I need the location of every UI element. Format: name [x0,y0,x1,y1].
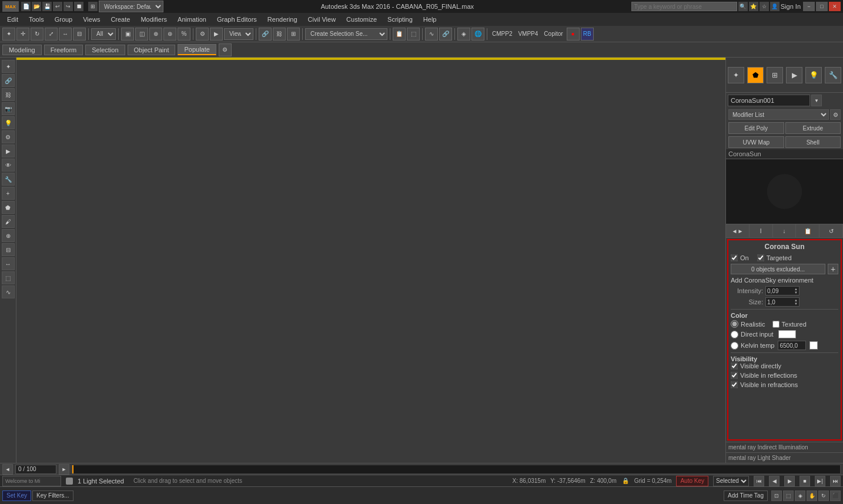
schematic-btn[interactable]: 🔗 [439,28,452,41]
curve-editor-btn[interactable]: ∿ [425,28,438,41]
window-crossing-btn[interactable]: ◫ [135,28,148,41]
left-camera-btn[interactable]: 📷 [2,102,15,115]
mental-ray-indirect-btn[interactable]: mental ray Indirect Illumination [726,442,843,452]
lock-icon[interactable]: 🔒 [621,477,630,485]
select-region-btn[interactable]: ▣ [121,28,134,41]
tab-selection[interactable]: Selection [85,45,125,55]
undo-icon[interactable]: ↩ [53,2,62,11]
objects-excluded-btn[interactable]: 0 objects excluded... [731,264,825,274]
search-icon[interactable]: 🔍 [738,2,748,11]
key-filters-btn[interactable]: Key Filters... [32,490,73,501]
modifier-list-dropdown[interactable]: Modifier List [728,109,829,120]
menu-rendering[interactable]: Rendering [263,15,302,24]
left-select-btn[interactable]: ✦ [2,60,15,73]
menu-views[interactable]: Views [78,15,105,24]
go-end-btn[interactable]: ⏭ [830,476,841,486]
kelvin-color-box[interactable] [809,341,818,350]
modifier-config-btn[interactable]: ⚙ [830,109,841,120]
size-down-arrow[interactable]: ▼ [794,302,798,305]
render-setup-btn[interactable]: ⚙ [196,28,209,41]
panel-icon-clipboard[interactable]: 📋 [796,224,819,237]
snaps-btn[interactable]: ⊕ [149,28,162,41]
left-display-btn[interactable]: 👁 [2,159,15,172]
align-btn[interactable]: ⊟ [73,28,86,41]
selected-dropdown[interactable]: Selected [713,476,749,486]
add-excluded-btn[interactable]: + [828,264,838,274]
hierarchy-panel-btn[interactable]: ⊞ [767,67,783,83]
render-environment-btn[interactable]: 🌐 [471,28,484,41]
direct-input-radio[interactable] [731,331,738,338]
shell-btn[interactable]: Shell [785,136,841,148]
left-modify-btn[interactable]: ⬟ [2,201,15,214]
menu-group[interactable]: Group [50,15,78,24]
rb-btn[interactable]: RB [581,28,594,41]
targeted-checkbox[interactable] [757,254,764,261]
visible-refractions-checkbox[interactable] [731,381,738,388]
menu-civil-view[interactable]: Civil View [303,15,340,24]
play-btn[interactable]: ▶ [784,476,795,486]
select-btn[interactable]: ✦ [2,28,15,41]
populate-settings-btn[interactable]: ⚙ [219,43,232,56]
minimize-btn[interactable]: − [803,2,815,11]
menu-customize[interactable]: Customize [342,15,382,24]
search-input[interactable] [631,2,737,11]
maximize-btn[interactable]: □ [816,2,828,11]
close-btn[interactable]: ✕ [829,2,841,11]
extrude-btn[interactable]: Extrude [785,122,841,134]
panel-icon-center[interactable]: I [750,224,773,237]
left-hierarchy-btn[interactable]: ⚙ [2,130,15,143]
scene-icon[interactable]: 🔲 [74,2,83,11]
left-paint-btn[interactable]: 🖌 [2,215,15,228]
visible-directly-checkbox[interactable] [731,362,738,369]
add-time-tag-btn[interactable]: Add Time Tag [724,490,768,501]
stop-btn[interactable]: ■ [799,476,810,486]
left-array-btn[interactable]: ⬚ [2,271,15,284]
panel-icon-down[interactable]: ↓ [773,224,797,237]
modify-panel-btn[interactable]: ⬟ [747,67,764,83]
pan-btn[interactable]: ✋ [807,490,817,501]
create-panel-btn[interactable]: ✦ [728,67,744,83]
view-dropdown[interactable]: View [224,28,253,40]
open-icon[interactable]: 📂 [32,2,41,11]
zoom-extents-btn[interactable]: ⊡ [771,490,782,501]
left-snap-btn[interactable]: ⊕ [2,229,15,242]
mental-ray-light-shader-btn[interactable]: mental ray Light Shader [726,452,843,463]
kelvin-value-input[interactable] [778,341,806,350]
auto-key-btn[interactable]: Auto Key [676,476,708,486]
maximize-viewport-btn[interactable]: ⬛ [830,490,841,501]
field-of-view-btn[interactable]: ◈ [795,490,805,501]
render-btn[interactable]: ▶ [210,28,223,41]
menu-edit[interactable]: Edit [2,15,23,24]
left-link-btn[interactable]: 🔗 [2,74,15,87]
save-icon[interactable]: 💾 [42,2,52,11]
direct-input-color-swatch[interactable] [778,330,796,338]
move-btn[interactable]: ✛ [16,28,29,41]
link-btn[interactable]: 🔗 [259,28,272,41]
utility-panel-btn[interactable]: 🔧 [825,67,841,83]
size-spinner[interactable]: 1,0 ▲ ▼ [765,297,799,307]
next-frame-btn[interactable]: ▶| [815,476,825,486]
timeline-expand-btn[interactable]: ◄ [2,464,13,475]
selection-filter-dropdown[interactable]: All [91,28,116,40]
object-name-dropdown-btn[interactable]: ▼ [811,95,822,106]
intensity-down-arrow[interactable]: ▼ [794,291,798,294]
left-motion-btn[interactable]: ▶ [2,145,15,157]
on-checkbox[interactable] [731,254,738,261]
menu-tools[interactable]: Tools [24,15,49,24]
bind-btn[interactable]: ⊞ [287,28,300,41]
bookmark-icon[interactable]: ☆ [760,2,769,11]
tab-populate[interactable]: Populate [178,44,216,55]
panel-icon-reset[interactable]: ↺ [819,224,843,237]
unlink-btn[interactable]: ⛓ [273,28,286,41]
menu-scripting[interactable]: Scripting [383,15,417,24]
edit-poly-btn[interactable]: Edit Poly [728,122,784,134]
left-open-shapes-btn[interactable]: ∿ [2,285,15,298]
intensity-spinner[interactable]: 0,09 ▲ ▼ [765,286,799,295]
sign-in-label[interactable]: Sign In [781,3,801,10]
dot-red-btn[interactable]: ● [567,28,580,41]
menu-modifiers[interactable]: Modifiers [136,15,172,24]
menu-create[interactable]: Create [106,15,135,24]
viewport[interactable]: [+] [Orthographic] [Shaded] <<Disabled>>… [16,58,725,60]
menu-graph-editors[interactable]: Graph Editors [212,15,262,24]
realistic-radio[interactable] [731,320,738,328]
